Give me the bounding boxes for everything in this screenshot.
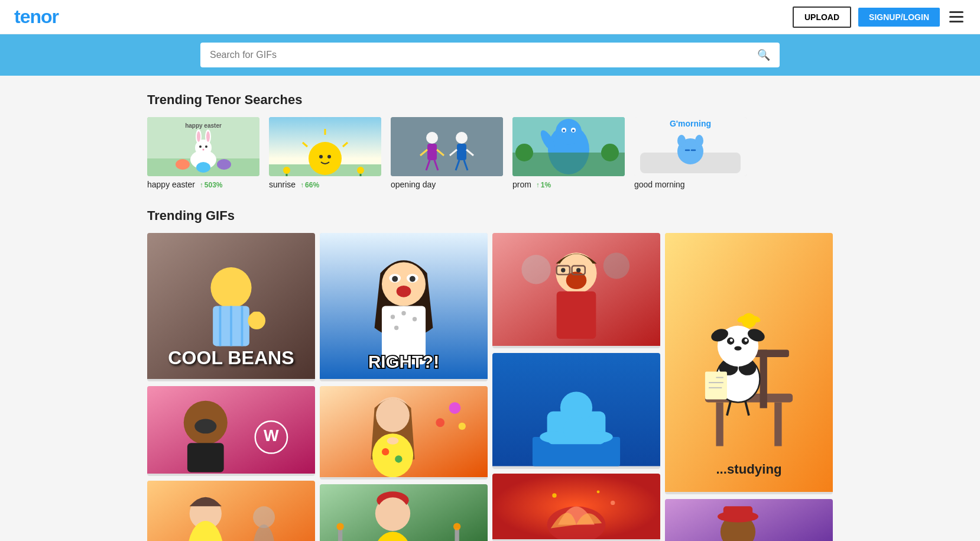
svg-point-140	[563, 417, 589, 443]
trending-gifs-grid: COOL BEANS W	[147, 233, 833, 541]
svg-point-8	[199, 145, 202, 148]
performer-svg	[665, 499, 833, 541]
svg-point-12	[217, 159, 231, 170]
svg-point-25	[357, 167, 364, 174]
gif-card-cartoon[interactable]: ...studying	[665, 233, 833, 494]
svg-point-54	[677, 135, 686, 147]
sunrise-thumb-svg	[269, 117, 381, 176]
svg-rect-186	[723, 507, 752, 520]
gif-card-fire[interactable]	[492, 474, 660, 541]
gif-card-cool-beans[interactable]: COOL BEANS	[147, 233, 315, 381]
svg-point-13	[196, 162, 210, 173]
svg-point-114	[453, 523, 460, 530]
gifs-col-1: COOL BEANS W	[147, 233, 315, 541]
svg-point-73	[194, 419, 216, 434]
svg-point-50	[601, 144, 619, 161]
svg-rect-27	[391, 117, 503, 176]
gif-card-right[interactable]: RIGHT?!	[320, 233, 488, 381]
svg-point-145	[611, 500, 615, 504]
svg-point-21	[319, 155, 323, 158]
gif-card-dancer-1[interactable]	[147, 481, 315, 541]
fire-svg	[492, 474, 660, 539]
laughing-svg: W	[147, 386, 315, 474]
svg-point-90	[397, 286, 411, 297]
svg-point-7	[206, 131, 210, 142]
trending-item-good-morning[interactable]: G'morning good morning	[634, 117, 747, 189]
svg-point-98	[376, 399, 410, 432]
svg-rect-68	[147, 386, 315, 474]
svg-point-9	[205, 145, 207, 148]
search-bar-container: 🔍	[0, 34, 980, 76]
trending-item-happy-easter[interactable]: happy easter happy easter ↑ 503%	[147, 117, 259, 189]
svg-point-100	[382, 448, 389, 455]
gif-card-shocked[interactable]	[492, 233, 660, 348]
gif-card-singer-2[interactable]	[320, 484, 488, 541]
search-button[interactable]: 🔍	[757, 48, 770, 61]
singer-2-svg	[320, 484, 488, 541]
svg-point-132	[561, 268, 565, 272]
search-input[interactable]	[210, 50, 757, 60]
svg-point-170	[745, 339, 748, 342]
gif-card-sleeping[interactable]	[492, 353, 660, 468]
svg-rect-70	[187, 443, 224, 472]
svg-point-45	[563, 129, 565, 132]
cool-beans-svg: COOL BEANS	[147, 233, 315, 379]
svg-point-171	[734, 346, 741, 350]
hamburger-menu-button[interactable]	[947, 9, 966, 25]
header-actions: UPLOAD SIGNUP/LOGIN	[793, 7, 966, 28]
trending-thumb-sunrise	[269, 117, 381, 176]
prom-thumb-svg	[512, 117, 625, 176]
svg-point-84	[382, 262, 426, 306]
search-icon: 🔍	[757, 49, 770, 61]
svg-point-11	[176, 159, 190, 170]
svg-rect-158	[752, 350, 789, 357]
svg-point-87	[401, 311, 405, 315]
trending-label-prom: prom ↑ 1%	[512, 180, 625, 189]
svg-point-22	[327, 155, 331, 158]
svg-text:W: W	[264, 426, 279, 445]
gifs-col-3	[492, 233, 660, 541]
menu-line-2	[949, 16, 963, 18]
svg-rect-128	[557, 291, 596, 339]
svg-rect-156	[774, 402, 781, 446]
trending-label-opening-day: opening day	[391, 180, 503, 189]
upload-button[interactable]: UPLOAD	[793, 7, 851, 28]
svg-text:happy easter: happy easter	[185, 122, 222, 129]
trending-label-sunrise: sunrise ↑ 66%	[269, 180, 381, 189]
svg-text:...studying: ...studying	[716, 462, 781, 477]
svg-text:G'morning: G'morning	[670, 119, 711, 128]
svg-point-86	[391, 315, 395, 319]
svg-rect-74	[147, 481, 315, 541]
svg-rect-29	[427, 144, 437, 160]
svg-point-5	[197, 131, 200, 142]
svg-point-169	[730, 339, 733, 342]
thinking-svg	[320, 386, 488, 477]
svg-point-23	[283, 167, 290, 174]
trending-gifs-title: Trending GIFs	[147, 208, 833, 223]
svg-point-17	[309, 142, 342, 175]
trending-thumb-opening-day	[391, 117, 503, 176]
menu-line-1	[949, 11, 963, 13]
gif-card-performer[interactable]	[665, 499, 833, 541]
dancer-1-svg	[147, 481, 315, 541]
gifs-col-2: RIGHT?!	[320, 233, 488, 541]
trending-badge-sunrise: ↑ 66%	[300, 181, 319, 189]
trending-item-sunrise[interactable]: sunrise ↑ 66%	[269, 117, 381, 189]
svg-point-94	[410, 276, 416, 282]
svg-point-143	[552, 493, 556, 497]
gif-card-laughing[interactable]: W	[147, 386, 315, 476]
gifs-col-4: ...studying	[665, 233, 833, 541]
svg-point-88	[413, 317, 417, 321]
trending-thumb-happy-easter: happy easter	[147, 117, 259, 176]
signup-button[interactable]: SIGNUP/LOGIN	[858, 8, 940, 27]
svg-point-103	[449, 402, 461, 414]
svg-rect-66	[252, 312, 261, 318]
gif-card-thinking[interactable]	[320, 386, 488, 480]
shocked-svg	[492, 233, 660, 346]
trending-item-prom[interactable]: prom ↑ 1%	[512, 117, 625, 189]
trending-item-opening-day[interactable]: opening day	[391, 117, 503, 189]
search-inner: 🔍	[200, 43, 780, 67]
good-morning-thumb-svg: G'morning	[634, 117, 747, 176]
main-content: Trending Tenor Searches	[135, 76, 845, 541]
trending-label-good-morning: good morning	[634, 180, 747, 189]
